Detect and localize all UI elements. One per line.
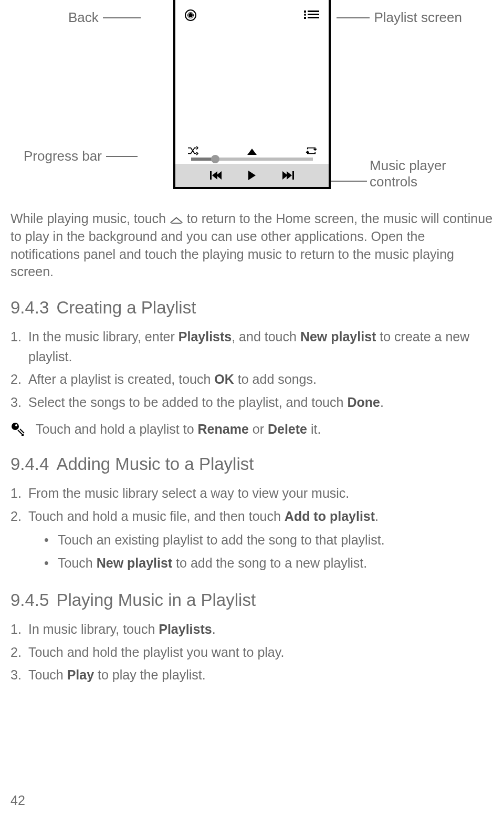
list-item: Touch New playlist to add the song to a …	[44, 552, 494, 573]
callout-playlist-label: Playlist screen	[374, 9, 462, 26]
callout-controls-label-1: Music player	[370, 158, 446, 174]
section-title: Playing Music in a Playlist	[56, 590, 256, 610]
play-icon	[248, 171, 256, 180]
list-item: In the music library, enter Playlists, a…	[10, 327, 494, 367]
list-item: After a playlist is created, touch OK to…	[10, 370, 494, 390]
list-943: In the music library, enter Playlists, a…	[10, 327, 494, 412]
list-item: Touch Play to play the playlist.	[10, 665, 494, 685]
tip-rename-delete: Touch and hold a playlist to Rename or D…	[10, 422, 494, 437]
para-text: While playing music, touch	[10, 211, 170, 226]
heading-945: 9.4.5Playing Music in a Playlist	[10, 590, 494, 610]
phone-frame	[173, 0, 331, 189]
list-944: From the music library select a way to v…	[10, 484, 494, 573]
progress-thumb	[211, 155, 219, 163]
callout-progress-label: Progress bar	[24, 148, 102, 164]
progress-slider	[191, 158, 313, 161]
music-player-diagram: Back Playlist screen Progress bar Music …	[10, 0, 494, 200]
callout-controls-label-2: controls	[370, 174, 417, 190]
list-item: Touch and hold the playlist you want to …	[10, 643, 494, 663]
sublist-944: Touch an existing playlist to add the so…	[44, 529, 494, 573]
section-title: Creating a Playlist	[56, 298, 196, 317]
leader-line	[337, 17, 370, 18]
section-title: Adding Music to a Playlist	[56, 454, 254, 474]
list-item: Select the songs to be added to the play…	[10, 393, 494, 413]
heading-943: 9.4.3Creating a Playlist	[10, 298, 494, 318]
list-item: From the music library select a way to v…	[10, 484, 494, 504]
repeat-icon	[306, 146, 317, 158]
callout-progress-bar: Progress bar	[24, 148, 138, 164]
tip-text: Touch and hold a playlist to Rename or D…	[36, 422, 321, 437]
playlist-list-icon	[308, 11, 319, 20]
callout-music-controls: Music player controls	[370, 158, 446, 190]
collapse-up-icon	[247, 149, 257, 155]
leader-line	[103, 17, 141, 18]
paragraph-background-play: While playing music, touch to return to …	[10, 210, 494, 281]
list-945: In music library, touch Playlists. Touch…	[10, 620, 494, 685]
back-disc-icon	[185, 9, 196, 23]
callout-playlist-screen: Playlist screen	[337, 9, 462, 26]
svg-point-2	[15, 424, 17, 426]
svg-point-1	[12, 423, 19, 430]
heading-944: 9.4.4Adding Music to a Playlist	[10, 454, 494, 474]
list-item: In music library, touch Playlists.	[10, 620, 494, 640]
phone-top-bar	[175, 0, 329, 23]
leader-line	[106, 156, 138, 157]
list-item: Touch and hold a music file, and then to…	[10, 507, 494, 574]
next-track-icon	[284, 171, 294, 180]
tip-icon	[10, 422, 26, 437]
progress-bar-row	[175, 140, 329, 164]
section-number: 9.4.4	[10, 454, 49, 474]
section-number: 9.4.3	[10, 298, 49, 317]
section-number: 9.4.5	[10, 590, 49, 610]
player-controls-bar	[175, 164, 329, 187]
shuffle-icon	[187, 146, 198, 158]
callout-back-label: Back	[68, 9, 99, 26]
leader-line	[325, 181, 367, 182]
callout-back: Back	[68, 9, 141, 26]
page-number: 42	[10, 793, 25, 808]
list-item: Touch an existing playlist to add the so…	[44, 529, 494, 550]
home-icon	[170, 216, 183, 224]
previous-track-icon	[210, 171, 220, 180]
